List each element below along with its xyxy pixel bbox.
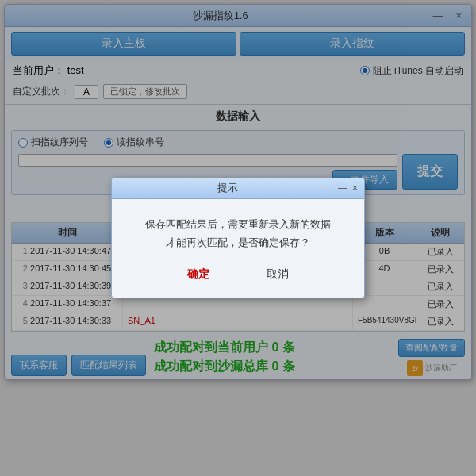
modal-close-button[interactable]: ×	[352, 182, 358, 194]
modal-message-line1: 保存匹配结果后，需要重新录入新的数据	[128, 215, 348, 233]
modal-confirm-button[interactable]: 确定	[175, 264, 222, 285]
modal-message-line2: 才能再次匹配，是否确定保存？	[128, 233, 348, 251]
modal-body: 保存匹配结果后，需要重新录入新的数据 才能再次匹配，是否确定保存？ 确定 取消	[112, 199, 364, 298]
modal-minimize-button[interactable]: —	[338, 182, 347, 194]
modal-cancel-button[interactable]: 取消	[254, 264, 301, 285]
modal-title: 提示	[118, 181, 338, 195]
modal-controls: — ×	[338, 182, 358, 194]
modal-dialog: 提示 — × 保存匹配结果后，需要重新录入新的数据 才能再次匹配，是否确定保存？…	[111, 178, 365, 299]
modal-overlay: 提示 — × 保存匹配结果后，需要重新录入新的数据 才能再次匹配，是否确定保存？…	[0, 0, 476, 476]
modal-message: 保存匹配结果后，需要重新录入新的数据 才能再次匹配，是否确定保存？	[128, 215, 348, 252]
modal-buttons: 确定 取消	[128, 264, 348, 285]
modal-title-bar: 提示 — ×	[112, 178, 364, 199]
